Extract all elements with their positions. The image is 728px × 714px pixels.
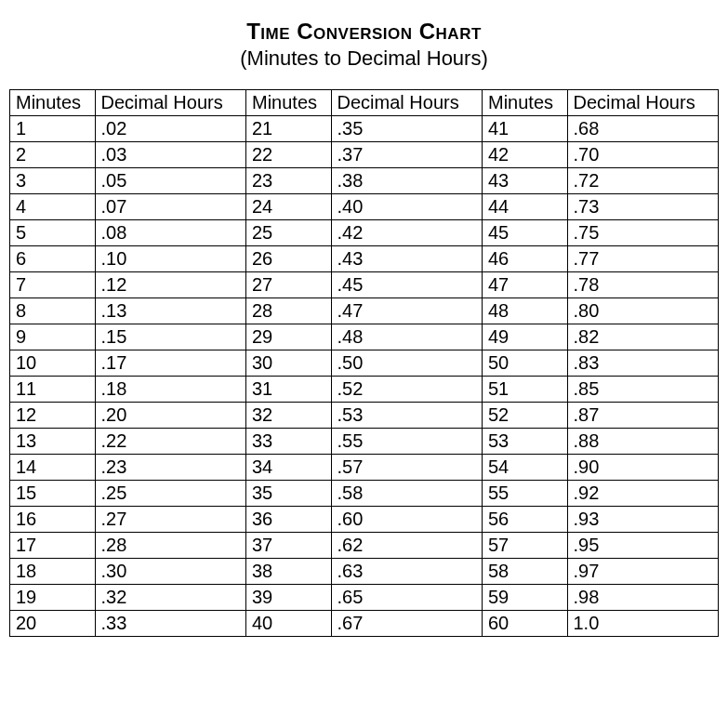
cell-minutes: 3: [10, 168, 96, 194]
cell-minutes: 42: [482, 142, 567, 168]
cell-decimal: .88: [567, 429, 719, 455]
cell-decimal: .72: [567, 168, 719, 194]
cell-decimal: .85: [567, 377, 719, 403]
cell-decimal: .42: [331, 220, 482, 246]
table-row: 20.3340.67601.0: [10, 611, 719, 637]
cell-decimal: .10: [95, 246, 245, 272]
conversion-table: Minutes Decimal Hours Minutes Decimal Ho…: [9, 89, 719, 637]
cell-decimal: .77: [567, 246, 719, 272]
table-row: 15.2535.5855.92: [10, 481, 719, 507]
cell-minutes: 11: [10, 377, 96, 403]
table-row: 13.2233.5553.88: [10, 429, 719, 455]
table-row: 6.1026.4346.77: [10, 246, 719, 272]
cell-minutes: 9: [10, 324, 96, 350]
cell-minutes: 17: [10, 533, 96, 559]
cell-minutes: 22: [245, 142, 331, 168]
cell-decimal: .18: [95, 377, 245, 403]
cell-decimal: .47: [331, 298, 482, 324]
cell-decimal: .15: [95, 324, 245, 350]
cell-minutes: 12: [10, 403, 96, 429]
cell-minutes: 33: [245, 429, 331, 455]
cell-minutes: 36: [245, 507, 331, 533]
cell-minutes: 50: [482, 350, 567, 377]
cell-decimal: .58: [331, 481, 482, 507]
cell-decimal: .67: [331, 611, 482, 637]
cell-minutes: 39: [245, 585, 331, 611]
cell-decimal: .25: [95, 481, 245, 507]
cell-minutes: 1: [10, 116, 96, 142]
cell-decimal: .13: [95, 298, 245, 324]
cell-minutes: 47: [482, 272, 567, 298]
cell-decimal: .12: [95, 272, 245, 298]
cell-decimal: .98: [567, 585, 719, 611]
cell-minutes: 44: [482, 194, 567, 220]
table-body: 1.0221.3541.682.0322.3742.703.0523.3843.…: [10, 116, 719, 637]
cell-decimal: .43: [331, 246, 482, 272]
cell-minutes: 19: [10, 585, 96, 611]
cell-decimal: .95: [567, 533, 719, 559]
cell-decimal: 1.0: [567, 611, 719, 637]
cell-minutes: 23: [245, 168, 331, 194]
header-minutes-1: Minutes: [10, 90, 96, 116]
page-title: Time Conversion Chart: [9, 19, 719, 45]
cell-decimal: .35: [331, 116, 482, 142]
cell-minutes: 13: [10, 429, 96, 455]
table-row: 11.1831.5251.85: [10, 377, 719, 403]
cell-minutes: 30: [245, 350, 331, 377]
cell-decimal: .17: [95, 350, 245, 377]
cell-decimal: .28: [95, 533, 245, 559]
cell-decimal: .62: [331, 533, 482, 559]
cell-minutes: 52: [482, 403, 567, 429]
cell-decimal: .27: [95, 507, 245, 533]
cell-minutes: 46: [482, 246, 567, 272]
cell-minutes: 31: [245, 377, 331, 403]
cell-minutes: 60: [482, 611, 567, 637]
cell-minutes: 56: [482, 507, 567, 533]
table-row: 2.0322.3742.70: [10, 142, 719, 168]
cell-minutes: 58: [482, 559, 567, 585]
cell-minutes: 53: [482, 429, 567, 455]
cell-decimal: .53: [331, 403, 482, 429]
cell-minutes: 54: [482, 455, 567, 481]
cell-decimal: .70: [567, 142, 719, 168]
header-minutes-2: Minutes: [245, 90, 331, 116]
cell-minutes: 21: [245, 116, 331, 142]
cell-decimal: .63: [331, 559, 482, 585]
cell-decimal: .68: [567, 116, 719, 142]
cell-minutes: 40: [245, 611, 331, 637]
cell-minutes: 26: [245, 246, 331, 272]
page-subtitle: (Minutes to Decimal Hours): [9, 46, 719, 71]
table-row: 10.1730.5050.83: [10, 350, 719, 377]
cell-minutes: 29: [245, 324, 331, 350]
table-row: 7.1227.4547.78: [10, 272, 719, 298]
cell-minutes: 25: [245, 220, 331, 246]
cell-minutes: 27: [245, 272, 331, 298]
table-row: 4.0724.4044.73: [10, 194, 719, 220]
cell-minutes: 10: [10, 350, 96, 377]
table-row: 9.1529.4849.82: [10, 324, 719, 350]
cell-minutes: 45: [482, 220, 567, 246]
cell-minutes: 4: [10, 194, 96, 220]
cell-decimal: .90: [567, 455, 719, 481]
cell-decimal: .78: [567, 272, 719, 298]
cell-minutes: 24: [245, 194, 331, 220]
cell-decimal: .05: [95, 168, 245, 194]
cell-minutes: 32: [245, 403, 331, 429]
cell-decimal: .33: [95, 611, 245, 637]
cell-decimal: .97: [567, 559, 719, 585]
cell-decimal: .73: [567, 194, 719, 220]
table-row: 3.0523.3843.72: [10, 168, 719, 194]
cell-decimal: .38: [331, 168, 482, 194]
cell-decimal: .65: [331, 585, 482, 611]
cell-minutes: 59: [482, 585, 567, 611]
table-row: 18.3038.6358.97: [10, 559, 719, 585]
cell-decimal: .22: [95, 429, 245, 455]
cell-minutes: 51: [482, 377, 567, 403]
cell-decimal: .55: [331, 429, 482, 455]
cell-decimal: .93: [567, 507, 719, 533]
cell-minutes: 57: [482, 533, 567, 559]
cell-minutes: 18: [10, 559, 96, 585]
cell-decimal: .03: [95, 142, 245, 168]
cell-minutes: 55: [482, 481, 567, 507]
table-row: 16.2736.6056.93: [10, 507, 719, 533]
